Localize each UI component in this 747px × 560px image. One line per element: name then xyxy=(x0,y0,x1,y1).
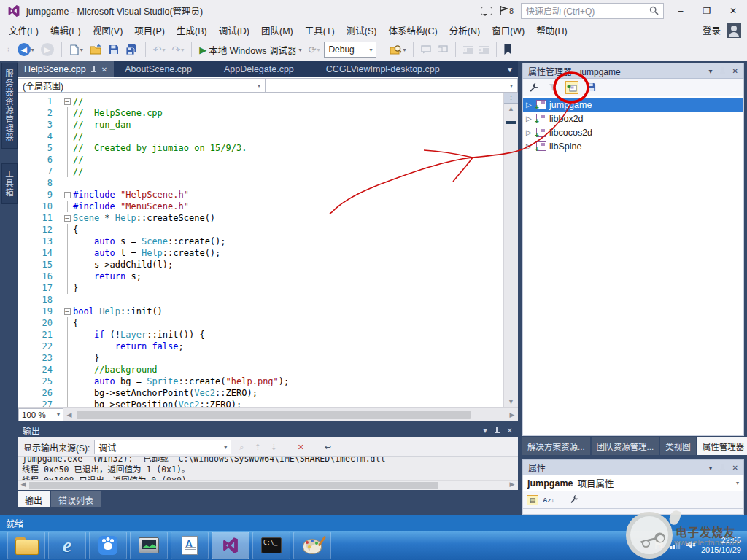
menu-item-4[interactable]: 生成(B) xyxy=(171,21,213,39)
document-list-chevron-icon[interactable]: ▼ xyxy=(506,66,514,74)
scope-dropdown[interactable]: (全局范围)▾ xyxy=(18,78,266,93)
menu-item-9[interactable]: 体系结构(C) xyxy=(382,21,443,39)
close-icon[interactable]: ✕ xyxy=(101,66,107,74)
hscroll-thumb[interactable] xyxy=(77,411,471,419)
tree-expand-icon[interactable]: ▷ xyxy=(526,101,533,109)
sign-in-link[interactable]: 登录 xyxy=(703,23,721,37)
fold-marker[interactable]: – xyxy=(61,212,73,224)
menu-item-8[interactable]: 测试(S) xyxy=(341,21,383,39)
panel-close-icon[interactable]: ✕ xyxy=(507,427,513,435)
redo-button[interactable]: ↷▾ xyxy=(170,41,187,58)
solution-config-combo[interactable]: Debug▾ xyxy=(324,42,376,58)
output-horizontal-scrollbar[interactable]: ◀ ▶ xyxy=(18,480,518,490)
find-message-icon[interactable]: ⌕ xyxy=(236,441,247,453)
dock-tab-2[interactable]: 类视图 xyxy=(660,438,696,455)
close-button[interactable]: ✕ xyxy=(724,4,743,18)
tab-toolbox[interactable]: 工具箱 xyxy=(1,163,18,204)
next-message-icon[interactable]: ⇣ xyxy=(268,441,279,453)
property-pages-wrench-icon[interactable] xyxy=(570,494,579,506)
add-property-sheet-button[interactable] xyxy=(565,81,578,94)
refresh-button[interactable]: ⟳▾ xyxy=(306,41,322,58)
tree-item-libbox2d[interactable]: ▷libbox2d xyxy=(523,112,743,125)
dock-tab-1[interactable]: 团队资源管理... xyxy=(592,438,659,455)
previous-message-icon[interactable]: ⇡ xyxy=(252,441,263,453)
output-source-combo[interactable]: 调试▾ xyxy=(94,440,231,454)
taskbar-button-baidu-browser[interactable] xyxy=(89,532,127,559)
save-icon[interactable] xyxy=(584,81,597,94)
scroll-right-arrow[interactable]: ▶ xyxy=(506,411,518,419)
start-debug-button[interactable]: ▶ 本地 Windows 调试器 ▾ xyxy=(197,41,303,58)
output-tab-0[interactable]: 输出 xyxy=(18,491,50,508)
tree-item-libSpine[interactable]: ▷libSpine xyxy=(523,139,743,153)
editor-tab-2[interactable]: AppDelegate.cpp xyxy=(217,61,301,77)
save-button[interactable] xyxy=(107,41,121,58)
editor-tab-0[interactable]: HelpScene.cpp✕ xyxy=(18,61,114,77)
bookmark-button[interactable] xyxy=(502,41,514,58)
undo-button[interactable]: ↶▾ xyxy=(151,41,168,58)
taskbar-button-internet-explorer[interactable]: e xyxy=(48,532,86,559)
notifications-flag-icon[interactable]: 8 xyxy=(500,6,514,15)
menu-item-2[interactable]: 视图(V) xyxy=(87,21,129,39)
filter-icon[interactable] xyxy=(546,81,560,94)
panel-menu-icon[interactable]: ▾ xyxy=(709,67,713,75)
scroll-right-arrow[interactable]: ▶ xyxy=(506,481,518,488)
panel-menu-icon[interactable]: ▾ xyxy=(484,427,487,435)
menu-item-3[interactable]: 项目(P) xyxy=(128,21,171,39)
menu-item-12[interactable]: 帮助(H) xyxy=(530,21,573,39)
menu-item-10[interactable]: 分析(N) xyxy=(444,21,486,39)
alphabetical-sort-icon[interactable]: AZ↓ xyxy=(543,497,554,504)
fold-marker[interactable]: – xyxy=(61,189,73,201)
taskbar-button-file-explorer[interactable] xyxy=(7,532,45,559)
output-tab-1[interactable]: 错误列表 xyxy=(51,491,101,508)
open-file-button[interactable] xyxy=(88,41,104,58)
tree-item-libcocos2d[interactable]: ▷libcocos2d xyxy=(523,125,743,139)
uncomment-button[interactable] xyxy=(436,41,450,58)
navigate-forward-button[interactable]: ▶ xyxy=(39,41,56,58)
tree-expand-icon[interactable]: ▷ xyxy=(526,128,533,136)
output-content[interactable]: jumpgame.exe (Win32): 已卸载 C:\Windows\Sys… xyxy=(18,457,518,480)
split-editor-handle[interactable]: ÷ xyxy=(504,93,518,104)
editor-tab-1[interactable]: AboutScene.cpp xyxy=(118,61,198,77)
tree-item-jumpgame[interactable]: ▷jumpgame xyxy=(523,98,743,112)
pin-icon[interactable] xyxy=(719,464,726,472)
scroll-left-arrow[interactable]: ◀ xyxy=(63,411,75,419)
new-item-button[interactable]: ▾ xyxy=(67,41,85,58)
pin-icon[interactable] xyxy=(494,427,500,435)
panel-menu-icon[interactable]: ▾ xyxy=(709,464,713,472)
dock-tab-0[interactable]: 解决方案资源... xyxy=(522,438,590,455)
navigate-back-button[interactable]: ◀▾ xyxy=(15,41,36,58)
increase-indent-button[interactable] xyxy=(477,41,491,58)
scroll-left-arrow[interactable]: ◀ xyxy=(18,481,29,488)
categorized-view-icon[interactable]: ▤ xyxy=(527,495,538,505)
menu-item-11[interactable]: 窗口(W) xyxy=(486,21,530,39)
taskbar-button-command-prompt[interactable]: C:\_ xyxy=(252,532,290,559)
fold-collapse-icon[interactable]: – xyxy=(64,215,71,222)
feedback-icon[interactable] xyxy=(481,7,492,15)
taskbar-button-visual-studio[interactable] xyxy=(212,532,249,559)
comment-button[interactable] xyxy=(419,41,433,58)
menu-item-0[interactable]: 文件(F) xyxy=(3,21,44,39)
editor-vertical-scrollbar[interactable]: ÷ ▲ ▼ xyxy=(503,93,518,407)
scroll-up-arrow[interactable]: ▲ xyxy=(504,104,518,114)
decrease-indent-button[interactable] xyxy=(461,41,475,58)
output-hscroll-thumb[interactable] xyxy=(29,482,438,489)
tree-expand-icon[interactable]: ▷ xyxy=(526,114,533,122)
taskbar-button-wordpad[interactable] xyxy=(171,532,209,559)
tree-expand-icon[interactable]: ▷ xyxy=(526,142,533,150)
panel-close-icon[interactable]: ✕ xyxy=(732,67,738,75)
properties-object-combo[interactable]: jumpgame 项目属性 ▾ xyxy=(522,475,744,491)
member-dropdown[interactable]: ▾ xyxy=(266,78,518,93)
properties-wrench-icon[interactable] xyxy=(527,81,541,94)
editor-zoom-combo[interactable]: 100 %▾ xyxy=(18,408,63,421)
menu-item-7[interactable]: 工具(T) xyxy=(299,21,341,39)
word-wrap-icon[interactable]: ↩ xyxy=(322,441,333,453)
quick-launch-input[interactable]: 快速启动 (Ctrl+Q) xyxy=(521,3,664,19)
taskbar-button-paint[interactable] xyxy=(293,532,331,559)
editor-horizontal-scrollbar[interactable]: ◀ ▶ xyxy=(63,408,518,421)
fold-collapse-icon[interactable]: – xyxy=(64,308,71,315)
fold-marker[interactable]: – xyxy=(61,96,73,107)
taskbar-button-performance-monitor[interactable] xyxy=(130,532,168,559)
panel-close-icon[interactable]: ✕ xyxy=(732,464,738,472)
restore-button[interactable]: ❐ xyxy=(697,4,716,18)
find-in-files-button[interactable]: ▾ xyxy=(387,41,408,58)
